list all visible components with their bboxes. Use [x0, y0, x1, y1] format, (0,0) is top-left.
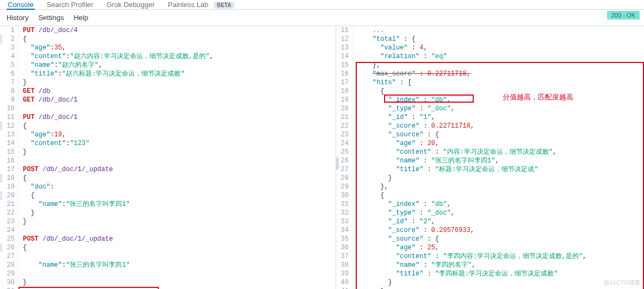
editor-line[interactable]: 28 "name":"张三的名字叫李四1"	[0, 261, 336, 269]
editor-line[interactable]: 22 }	[0, 209, 336, 217]
editor-line[interactable]: 27	[0, 252, 336, 261]
line-content[interactable]: POST /db/_doc/1/_update	[23, 165, 336, 174]
editor-line[interactable]: 5 "name":"赵六的名字",	[0, 61, 336, 70]
line-content[interactable]: "content":"123"	[23, 139, 336, 148]
tab-painless-lab[interactable]: Painless Lab BETA	[167, 1, 236, 9]
response-line: 37 "content" : "李四内容:学习决定命运，细节决定成败,是的",	[336, 252, 644, 261]
line-content[interactable]	[23, 269, 336, 278]
line-content[interactable]: {	[23, 35, 336, 43]
line-number: 32	[336, 209, 352, 217]
editor-line[interactable]: 9GET /db/_doc/1	[0, 96, 336, 104]
line-content[interactable]: "age":19,	[23, 130, 336, 139]
line-content[interactable]: POST /db/_doc/1/_update	[23, 235, 336, 243]
editor-line[interactable]: 29	[0, 269, 336, 278]
tab-search-profiler[interactable]: Search Profiler	[46, 1, 95, 9]
line-content[interactable]: {	[23, 191, 336, 200]
line-content[interactable]: }	[23, 217, 336, 226]
editor-line[interactable]: 1PUT /db/_doc/4	[0, 26, 336, 35]
editor-line[interactable]: 17POST /db/_doc/1/_update	[0, 165, 336, 174]
editor-line[interactable]: 26{	[0, 243, 336, 252]
editor-line[interactable]: 24	[0, 226, 336, 235]
response-line: 28 }	[336, 174, 644, 183]
response-line: 17 "hits" : [	[336, 78, 644, 87]
line-content[interactable]: }	[23, 78, 336, 87]
line-number: 37	[336, 252, 352, 261]
help-link[interactable]: Help	[73, 14, 88, 22]
line-content[interactable]: "age":35,	[23, 43, 336, 52]
editor-line[interactable]: 25POST /db/_doc/1/_update	[0, 235, 336, 243]
line-number: 12	[2, 122, 18, 130]
line-content[interactable]: "title":"赵六标题:学习决定命运，细节决定成败"	[23, 70, 336, 78]
editor-line[interactable]: 2{	[0, 35, 336, 43]
line-content[interactable]: "content":"赵六内容:学习决定命运，细节决定成败,是的",	[23, 52, 336, 61]
line-content[interactable]	[23, 156, 336, 165]
editor-line[interactable]: 6 "title":"赵六标题:学习决定命运，细节决定成败"	[0, 70, 336, 78]
editor-line[interactable]: 31	[0, 287, 336, 289]
history-link[interactable]: History	[7, 14, 28, 22]
line-content: {	[357, 191, 644, 200]
line-content[interactable]: "name":"张三的名字叫李四1"	[23, 261, 336, 269]
line-number: 34	[336, 226, 352, 235]
line-number: 4	[2, 52, 18, 61]
editor-line[interactable]: 18{	[0, 174, 336, 183]
line-number: 20	[336, 104, 352, 113]
editor-line[interactable]: 23}	[0, 217, 336, 226]
line-number: 3	[2, 43, 18, 52]
response-line: 15 },	[336, 61, 644, 70]
editor-line[interactable]: 30}	[0, 278, 336, 287]
editor-line[interactable]: 3 "age":35,	[0, 43, 336, 52]
line-content[interactable]	[23, 252, 336, 261]
line-content[interactable]: "doc":	[23, 183, 336, 191]
line-number: 6	[2, 70, 18, 78]
line-number: 29	[2, 269, 18, 278]
line-content[interactable]: PUT /db/_doc/4	[23, 26, 336, 35]
tab-grok-debugger[interactable]: Grok Debugger	[106, 1, 156, 9]
line-number: 21	[2, 200, 18, 209]
line-content[interactable]: }	[23, 148, 336, 156]
editor-line[interactable]: 21 "name":"张三的名字叫李四1"	[0, 200, 336, 209]
line-number: 39	[336, 269, 352, 278]
line-content: "_type" : "_doc",	[357, 104, 644, 113]
editor-line[interactable]: 12{	[0, 122, 336, 130]
editor-line[interactable]: 16	[0, 156, 336, 165]
pane-resize-handle[interactable]	[336, 158, 339, 169]
response-pane[interactable]: 11 ...12 "total" : {13 "value" : 4,14 "r…	[336, 26, 644, 289]
line-number: 8	[2, 87, 18, 96]
line-number: 12	[336, 35, 352, 43]
response-line: 22 "_score" : 0.22711718,	[336, 122, 644, 130]
editor-line[interactable]: 4 "content":"赵六内容:学习决定命运，细节决定成败,是的",	[0, 52, 336, 61]
line-content: "total" : {	[357, 35, 644, 43]
line-number: 24	[2, 226, 18, 235]
editor-line[interactable]: 20 {	[0, 191, 336, 200]
editor-line[interactable]: 11PUT /db/_doc/1	[0, 113, 336, 122]
line-number: 27	[2, 252, 18, 261]
request-pane[interactable]: 1PUT /db/_doc/42{3 "age":35,4 "content":…	[0, 26, 336, 289]
editor-line[interactable]: 7}	[0, 78, 336, 87]
line-content[interactable]	[23, 287, 336, 289]
line-content[interactable]: "name":"张三的名字叫李四1"	[23, 200, 336, 209]
line-content[interactable]: GET /db/_doc/1	[23, 96, 336, 104]
line-number: 31	[2, 287, 18, 289]
line-content[interactable]: {	[23, 174, 336, 183]
annotation-text: 分值越高，匹配度越高	[503, 92, 573, 102]
line-content[interactable]: GET /db	[23, 87, 336, 96]
line-content: "_id" : "2",	[357, 217, 644, 226]
line-content[interactable]: "name":"赵六的名字",	[23, 61, 336, 70]
line-content[interactable]: PUT /db/_doc/1	[23, 113, 336, 122]
line-content[interactable]	[23, 104, 336, 113]
editor-line[interactable]: 14 "content":"123"	[0, 139, 336, 148]
line-content[interactable]: }	[23, 209, 336, 217]
editor-line[interactable]: 13 "age":19,	[0, 130, 336, 139]
request-editor[interactable]: 1PUT /db/_doc/42{3 "age":35,4 "content":…	[0, 26, 336, 289]
editor-line[interactable]: 19 "doc":	[0, 183, 336, 191]
line-content[interactable]	[23, 226, 336, 235]
settings-link[interactable]: Settings	[38, 14, 64, 22]
editor-line[interactable]: 8GET /db	[0, 87, 336, 96]
editor-line[interactable]: 10	[0, 104, 336, 113]
panes: 1PUT /db/_doc/42{3 "age":35,4 "content":…	[0, 26, 644, 289]
line-content[interactable]: {	[23, 243, 336, 252]
tab-console[interactable]: Console	[7, 1, 35, 10]
editor-line[interactable]: 15}	[0, 148, 336, 156]
line-content[interactable]: }	[23, 278, 336, 287]
line-content[interactable]: {	[23, 122, 336, 130]
